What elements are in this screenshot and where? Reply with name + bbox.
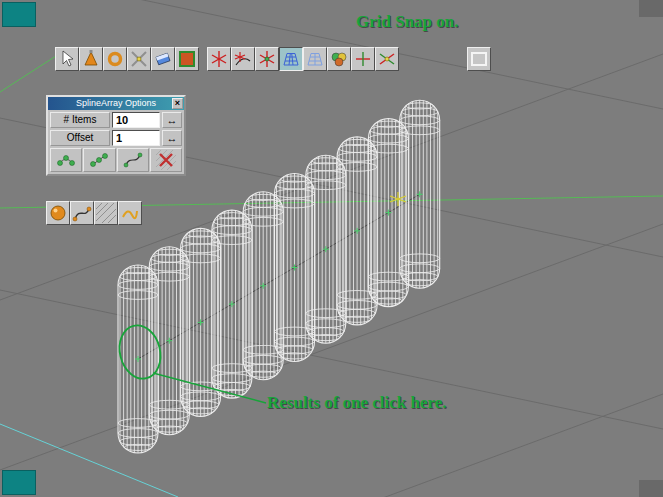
dialog-button-spline-points[interactable] bbox=[117, 148, 149, 172]
toolbar-button-glue[interactable] bbox=[103, 47, 127, 71]
toolbar-gap bbox=[199, 47, 207, 71]
eraser-icon bbox=[153, 49, 173, 69]
items-input[interactable] bbox=[112, 112, 160, 128]
red-jack-icon bbox=[209, 49, 229, 69]
toolbar-button-eraser[interactable] bbox=[151, 47, 175, 71]
offset-row: Offset ↔ bbox=[50, 130, 182, 146]
dialog-title: SplineArray Options bbox=[76, 98, 156, 108]
toolbar-button-sweep[interactable] bbox=[231, 47, 255, 71]
items-row: # Items ↔ bbox=[50, 112, 182, 128]
mini-axes-icon bbox=[353, 49, 373, 69]
orange-sphere-icon bbox=[48, 203, 68, 223]
toolbar-button-snap-tool[interactable] bbox=[255, 47, 279, 71]
viewport-corner-top-left bbox=[2, 2, 36, 27]
dialog-button-delete-hatch[interactable] bbox=[150, 148, 182, 172]
toolbar-button-select[interactable] bbox=[55, 47, 79, 71]
items-label[interactable]: # Items bbox=[50, 112, 110, 128]
grid-snap-annotation: Grid Snap on. bbox=[356, 12, 459, 32]
toolbar-button-material[interactable] bbox=[175, 47, 199, 71]
viewport-corner-bottom-left bbox=[2, 470, 36, 495]
mini-button-curve[interactable] bbox=[118, 201, 142, 225]
delete-hatch-icon bbox=[156, 150, 176, 170]
toolbar-button-axes[interactable] bbox=[351, 47, 375, 71]
close-icon: × bbox=[175, 98, 180, 108]
mini-button-spline[interactable] bbox=[70, 201, 94, 225]
grid-snap-icon bbox=[281, 49, 301, 69]
paint-cone-icon bbox=[81, 49, 101, 69]
toolbar-button-view-rect[interactable] bbox=[467, 47, 491, 71]
toolbar-button-primitives[interactable] bbox=[327, 47, 351, 71]
mini-button-sphere[interactable] bbox=[46, 201, 70, 225]
toolbar-button-axis-dot[interactable] bbox=[375, 47, 399, 71]
viewport-corner-top-right bbox=[639, 0, 663, 17]
white-rect-icon bbox=[469, 49, 489, 69]
dialog-button-array-arc[interactable] bbox=[50, 148, 82, 172]
axis-dot-icon bbox=[377, 49, 397, 69]
viewport-canvas[interactable] bbox=[0, 0, 663, 497]
array-arc-icon bbox=[56, 150, 76, 170]
offset-label[interactable]: Offset bbox=[50, 130, 110, 146]
orange-curve-icon bbox=[120, 203, 140, 223]
spline-points-icon bbox=[123, 150, 143, 170]
spline-curve-icon bbox=[72, 203, 92, 223]
select-arrow-icon bbox=[57, 49, 77, 69]
mini-toolbar bbox=[46, 201, 142, 225]
red-jack-snap-icon bbox=[257, 49, 277, 69]
toolbar-button-scale[interactable] bbox=[127, 47, 151, 71]
scale-jack-icon bbox=[129, 49, 149, 69]
torus-icon bbox=[105, 49, 125, 69]
array-line-icon bbox=[89, 150, 109, 170]
toolbar-button-paint[interactable] bbox=[79, 47, 103, 71]
spline-array-dialog: SplineArray Options × # Items ↔ Offset ↔ bbox=[46, 95, 186, 176]
spheres-cluster-icon bbox=[329, 49, 349, 69]
red-jack-curve-icon bbox=[233, 49, 253, 69]
mini-button-hatch[interactable] bbox=[94, 201, 118, 225]
dialog-icon-buttons bbox=[50, 148, 182, 172]
dialog-title-bar[interactable]: SplineArray Options × bbox=[48, 97, 184, 110]
dialog-close-button[interactable]: × bbox=[172, 98, 183, 109]
material-square-icon bbox=[177, 49, 197, 69]
viewport-corner-bottom-right bbox=[639, 480, 663, 497]
toolbar-button-point-edit[interactable] bbox=[207, 47, 231, 71]
dialog-button-array-line[interactable] bbox=[83, 148, 115, 172]
grid-plane-icon bbox=[305, 49, 325, 69]
toolbar-button-grid-plane[interactable] bbox=[303, 47, 327, 71]
toolbar-button-grid-snap[interactable] bbox=[279, 47, 303, 71]
hatch-pattern-icon bbox=[96, 203, 116, 223]
items-spinner[interactable]: ↔ bbox=[162, 112, 182, 128]
right-toolbar bbox=[467, 47, 491, 71]
app-window: SplineArray Options × # Items ↔ Offset ↔ bbox=[0, 0, 663, 497]
main-toolbar bbox=[55, 47, 399, 71]
offset-spinner[interactable]: ↔ bbox=[162, 130, 182, 146]
offset-input[interactable] bbox=[112, 130, 160, 146]
results-annotation: Results of one click here. bbox=[267, 393, 447, 413]
